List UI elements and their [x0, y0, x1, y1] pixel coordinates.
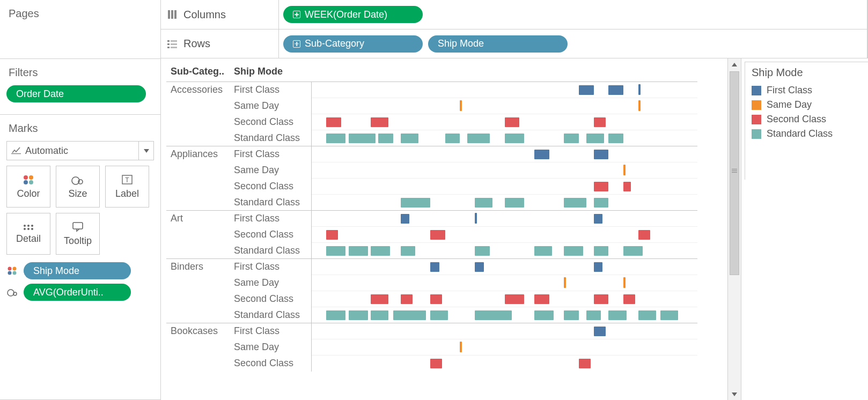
row-header-shipmode[interactable]: First Class: [231, 211, 311, 227]
chart-mark[interactable]: [579, 85, 594, 95]
header-ship-mode[interactable]: Ship Mode: [231, 64, 311, 82]
row-header-subcat[interactable]: Art: [166, 211, 231, 227]
row-header-subcat[interactable]: [166, 339, 231, 355]
chart-mark[interactable]: [534, 294, 549, 304]
row-pill-ship-mode[interactable]: Ship Mode: [428, 35, 568, 53]
legend-item[interactable]: Second Class: [752, 112, 862, 127]
filters-shelf[interactable]: Filters Order Date: [0, 59, 161, 115]
scroll-down-button[interactable]: [728, 388, 741, 400]
chart-mark[interactable]: [460, 100, 462, 111]
chart-mark[interactable]: [594, 150, 609, 159]
row-header-shipmode[interactable]: Second Class: [231, 227, 311, 243]
chart-mark[interactable]: [564, 198, 586, 208]
row-header-subcat[interactable]: [166, 291, 231, 307]
row-header-shipmode[interactable]: Second Class: [231, 291, 311, 307]
chart-mark[interactable]: [430, 262, 439, 272]
chart-mark[interactable]: [505, 117, 520, 127]
chart-mark[interactable]: [623, 294, 635, 304]
chart-mark[interactable]: [638, 310, 656, 320]
row-header-shipmode[interactable]: First Class: [231, 82, 311, 98]
chart-mark[interactable]: [475, 310, 512, 320]
chart-mark[interactable]: [564, 134, 579, 143]
chart-mark[interactable]: [401, 134, 418, 143]
chart-mark[interactable]: [594, 294, 609, 304]
encoding-pill-avg-orderunti[interactable]: AVG(OrderUnti..: [24, 284, 131, 301]
chart-mark[interactable]: [534, 246, 552, 256]
chart-row[interactable]: [311, 323, 697, 339]
row-header-shipmode[interactable]: Standard Class: [231, 243, 311, 259]
chart-mark[interactable]: [349, 246, 368, 256]
chart-row[interactable]: [311, 355, 697, 372]
chart-mark[interactable]: [371, 310, 388, 320]
chart-mark[interactable]: [594, 117, 606, 127]
chart-mark[interactable]: [586, 310, 601, 320]
chart-mark[interactable]: [430, 359, 442, 368]
row-header-subcat[interactable]: [166, 275, 231, 291]
chart-mark[interactable]: [326, 230, 338, 240]
chart-mark[interactable]: [445, 134, 460, 143]
chart-mark[interactable]: [430, 310, 448, 320]
chart-mark[interactable]: [564, 277, 566, 288]
chart-mark[interactable]: [393, 310, 426, 320]
row-header-shipmode[interactable]: Second Class: [231, 355, 311, 372]
row-header-subcat[interactable]: [166, 307, 231, 323]
chart-row[interactable]: [311, 275, 697, 291]
chart-mark[interactable]: [349, 310, 368, 320]
chart-mark[interactable]: [475, 213, 477, 224]
chart-mark[interactable]: [594, 214, 603, 224]
row-header-shipmode[interactable]: Same Day: [231, 339, 311, 355]
chart-row[interactable]: [311, 179, 697, 195]
chart-mark[interactable]: [608, 85, 623, 95]
chart-mark[interactable]: [608, 310, 626, 320]
row-header-subcat[interactable]: Binders: [166, 259, 231, 275]
chart-row[interactable]: [311, 146, 697, 162]
marks-label-button[interactable]: T Label: [105, 166, 149, 208]
mark-type-dropdown-button[interactable]: [138, 142, 153, 160]
chart-row[interactable]: [311, 195, 697, 211]
chart-row[interactable]: [311, 259, 697, 275]
chart-row[interactable]: [311, 211, 697, 227]
chart-mark[interactable]: [594, 198, 609, 208]
row-header-shipmode[interactable]: Standard Class: [231, 195, 311, 211]
chart-mark[interactable]: [401, 198, 430, 208]
chart-mark[interactable]: [579, 359, 591, 368]
chart-mark[interactable]: [594, 327, 606, 336]
chart-mark[interactable]: [401, 214, 410, 224]
columns-shelf[interactable]: Columns WEEK(Order Date): [161, 0, 868, 29]
chart-row[interactable]: [311, 162, 697, 179]
row-header-shipmode[interactable]: Second Class: [231, 179, 311, 195]
row-header-subcat[interactable]: [166, 98, 231, 114]
chart-mark[interactable]: [534, 310, 554, 320]
chart-mark[interactable]: [623, 165, 626, 175]
chart-mark[interactable]: [623, 277, 626, 288]
chart-row[interactable]: [311, 291, 697, 307]
row-header-subcat[interactable]: [166, 162, 231, 179]
chart-mark[interactable]: [401, 246, 416, 256]
chart-mark[interactable]: [401, 294, 413, 304]
chart-mark[interactable]: [467, 134, 490, 143]
header-sub-category[interactable]: Sub-Categ..: [166, 64, 231, 82]
rows-shelf[interactable]: Rows Sub-Category Ship Mode: [161, 29, 868, 58]
chart-row[interactable]: [311, 82, 697, 98]
chart-mark[interactable]: [505, 198, 524, 208]
chart-row[interactable]: [311, 227, 697, 243]
chart-mark[interactable]: [638, 100, 641, 111]
row-header-subcat[interactable]: [166, 227, 231, 243]
chart-mark[interactable]: [430, 294, 442, 304]
chart-mark[interactable]: [623, 182, 631, 191]
vertical-scrollbar[interactable]: [727, 58, 741, 400]
row-header-shipmode[interactable]: First Class: [231, 146, 311, 162]
chart-mark[interactable]: [371, 117, 388, 127]
chart-row[interactable]: [311, 98, 697, 114]
row-header-subcat[interactable]: Accessories: [166, 82, 231, 98]
chart-mark[interactable]: [430, 230, 445, 240]
visualization-area[interactable]: Sub-Categ.. Ship Mode AccessoriesFirst C…: [161, 58, 727, 400]
chart-mark[interactable]: [460, 342, 462, 352]
chart-mark[interactable]: [594, 182, 609, 191]
chart-mark[interactable]: [586, 134, 604, 143]
filter-pill-order-date[interactable]: Order Date: [6, 85, 146, 102]
row-header-shipmode[interactable]: Standard Class: [231, 130, 311, 146]
marks-size-button[interactable]: Size: [56, 166, 100, 208]
row-pill-sub-category[interactable]: Sub-Category: [283, 35, 423, 53]
encoding-pill-ship-mode[interactable]: Ship Mode: [24, 262, 131, 279]
